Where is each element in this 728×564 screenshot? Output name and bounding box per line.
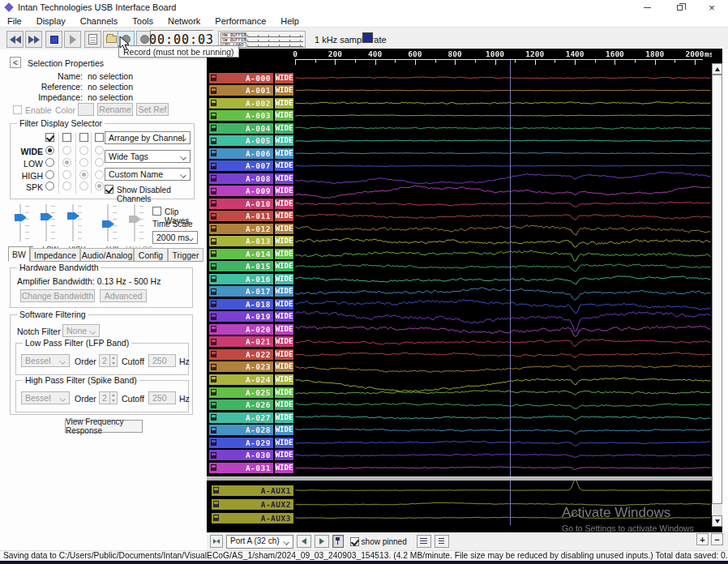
show-disabled-checkbox[interactable]: [105, 185, 113, 194]
zoom-out-button[interactable]: −: [711, 533, 723, 545]
low-radio-col2[interactable]: [62, 158, 71, 167]
channel-label[interactable]: A-AUX2: [212, 499, 293, 510]
channel-label[interactable]: A-004: [209, 123, 273, 134]
tab-impedance[interactable]: Impedance: [30, 248, 80, 262]
spk-radio-col2[interactable]: [62, 182, 71, 190]
lpf-cutoff-input[interactable]: 250: [148, 354, 176, 367]
channel-label[interactable]: A-022: [209, 349, 273, 360]
fast-forward-button[interactable]: [25, 31, 42, 48]
channel-label[interactable]: A-009: [209, 186, 273, 196]
channel-label[interactable]: A-017: [209, 286, 273, 297]
channel-label[interactable]: A-007: [209, 160, 273, 171]
channel-label[interactable]: A-001: [209, 85, 273, 96]
prev-port-button[interactable]: [297, 535, 311, 548]
close-button[interactable]: ×: [696, 0, 728, 15]
scroll-down-button[interactable]: [712, 515, 722, 527]
hpf-type-dropdown[interactable]: Bessel: [21, 391, 70, 404]
tab-bw[interactable]: BW: [8, 246, 30, 262]
collapse-ports-button[interactable]: [210, 535, 223, 548]
tab-trigger[interactable]: Trigger: [168, 248, 203, 262]
scrollbar-thumb[interactable]: [712, 75, 722, 504]
channel-label[interactable]: A-026: [209, 400, 273, 410]
menu-channels[interactable]: Channels: [73, 16, 125, 26]
wide-radio-col3[interactable]: [79, 146, 88, 155]
menu-file[interactable]: File: [0, 16, 29, 26]
channel-label[interactable]: A-019: [209, 311, 273, 322]
channel-label[interactable]: A-013: [209, 236, 273, 246]
channel-label[interactable]: A-012: [209, 224, 273, 234]
channel-label[interactable]: A-030: [209, 450, 273, 460]
spk-radio-col4[interactable]: [95, 182, 104, 190]
lpf-order-spinner[interactable]: 2: [99, 354, 118, 367]
wide-radio-col1[interactable]: [45, 146, 54, 155]
show-pinned-checkbox[interactable]: [350, 537, 359, 546]
low-column-checkbox[interactable]: [62, 133, 71, 142]
menu-help[interactable]: Help: [273, 16, 306, 26]
wide-radio-col4[interactable]: [95, 146, 104, 155]
low-radio-col1[interactable]: [45, 158, 54, 167]
channel-label[interactable]: A-031: [209, 463, 273, 473]
wide-radio-col2[interactable]: [62, 146, 71, 155]
next-port-button[interactable]: [315, 535, 329, 548]
channel-label[interactable]: A-025: [209, 387, 273, 398]
report-button[interactable]: [84, 31, 101, 48]
channel-label[interactable]: A-002: [209, 98, 273, 109]
high-column-checkbox[interactable]: [79, 133, 88, 142]
channel-label[interactable]: A-010: [209, 199, 273, 209]
change-bandwidth-button[interactable]: Change Bandwidth: [20, 289, 95, 302]
spk-radio-col1[interactable]: [45, 182, 54, 190]
enable-checkbox[interactable]: [13, 105, 22, 114]
channel-label[interactable]: A-003: [209, 110, 273, 121]
hpf-order-spinner[interactable]: 2: [99, 391, 118, 404]
spk-column-checkbox[interactable]: [95, 133, 104, 142]
low-radio-col4[interactable]: [95, 158, 104, 167]
time-scale-dropdown[interactable]: 2000 ms: [152, 231, 198, 244]
play-button[interactable]: [64, 31, 81, 48]
channel-label[interactable]: A-021: [209, 336, 273, 347]
label-width-narrow-button[interactable]: [435, 535, 449, 548]
tab-config[interactable]: Config: [134, 248, 168, 262]
collapse-panel-button[interactable]: <: [10, 57, 21, 68]
channel-label[interactable]: A-000: [209, 73, 273, 83]
scroll-up-button[interactable]: [712, 63, 722, 75]
channel-label[interactable]: A-024: [209, 374, 273, 385]
color-swatch-button[interactable]: [78, 103, 94, 116]
channel-label[interactable]: A-018: [209, 299, 273, 310]
zoom-in-button[interactable]: +: [696, 533, 709, 545]
port-select[interactable]: Port A (32 ch): [226, 535, 293, 549]
label-width-button[interactable]: [417, 535, 431, 548]
menu-network[interactable]: Network: [161, 16, 208, 26]
channel-label[interactable]: A-005: [209, 135, 273, 146]
channel-label[interactable]: A-011: [209, 211, 273, 221]
high-radio-col3[interactable]: [79, 170, 88, 179]
restore-button[interactable]: [663, 0, 696, 15]
channel-label[interactable]: A-015: [209, 261, 273, 271]
channel-label[interactable]: A-029: [209, 438, 273, 448]
channel-label[interactable]: A-014: [209, 249, 273, 259]
set-ref-button[interactable]: Set Ref: [136, 103, 169, 116]
advanced-button[interactable]: Advanced: [100, 289, 147, 302]
channel-label[interactable]: A-023: [209, 361, 273, 372]
channel-label[interactable]: A-016: [209, 274, 273, 284]
channel-label[interactable]: A-AUX1: [212, 485, 293, 496]
minimize-button[interactable]: [631, 0, 663, 15]
menu-performance[interactable]: Performance: [208, 16, 273, 26]
lpf-type-dropdown[interactable]: Bessel: [21, 354, 70, 367]
tab-audio-analog[interactable]: Audio/Analog: [80, 248, 134, 262]
channel-label[interactable]: A-008: [209, 173, 273, 184]
channel-label[interactable]: A-028: [209, 425, 273, 435]
menu-tools[interactable]: Tools: [125, 16, 161, 26]
notch-filter-dropdown[interactable]: None: [62, 324, 100, 337]
rewind-button[interactable]: [6, 31, 24, 48]
vertical-scrollbar[interactable]: [712, 63, 722, 527]
menu-display[interactable]: Display: [29, 16, 73, 26]
spk-radio-col3[interactable]: [79, 182, 88, 190]
high-radio-col2[interactable]: [62, 170, 71, 179]
channel-label[interactable]: A-027: [209, 412, 273, 423]
high-radio-col4[interactable]: [95, 170, 104, 179]
view-frequency-response-button[interactable]: View Frequency Response: [65, 420, 143, 433]
channel-label[interactable]: A-020: [209, 324, 273, 335]
low-radio-col3[interactable]: [79, 158, 88, 167]
hpf-cutoff-input[interactable]: 250: [148, 391, 176, 404]
rename-button[interactable]: Rename: [97, 103, 133, 116]
